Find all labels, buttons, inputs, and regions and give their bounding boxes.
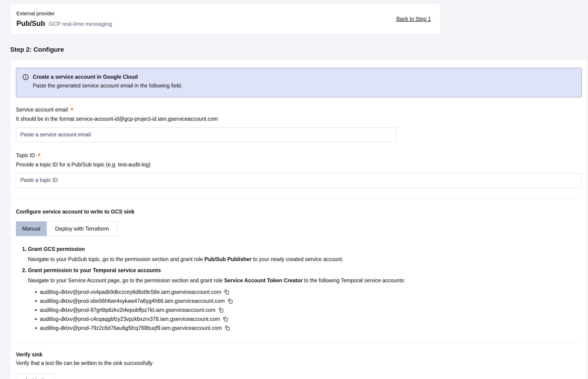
configure-section-heading: Configure service account to write to GC…: [16, 209, 582, 215]
tab-deploy-with-terraform[interactable]: Deploy with Terraform: [46, 221, 117, 236]
service-account-email-text: auditlog-dktxv@prod-c4cqaqgbfzy23vpzkbxz…: [40, 316, 220, 322]
copy-icon-button[interactable]: [218, 307, 224, 314]
service-account-email-hint: It should be in the format service-accou…: [16, 115, 582, 123]
copy-icon: [218, 307, 224, 313]
page-title: Step 2: Configure: [10, 46, 588, 53]
copy-icon: [225, 325, 230, 331]
step-body: Navigate to your Service Account page, g…: [28, 277, 582, 284]
copy-icon-button[interactable]: [228, 298, 233, 304]
topic-id-label: Topic ID: [16, 152, 35, 158]
service-account-email-label: Service account email: [16, 107, 68, 113]
required-indicator-dot: [38, 154, 40, 156]
service-account-email-text: auditlog-dktxv@prod-vs4padk9dkczcey6d6st…: [40, 289, 221, 295]
copy-icon: [223, 316, 228, 322]
tab-manual[interactable]: Manual: [16, 221, 46, 236]
provider-subtitle: GCP real-time messaging: [49, 21, 112, 27]
service-account-item: auditlog-dktxv@prod-sbe56h6wr4sykaw47a6y…: [40, 297, 582, 305]
service-account-email-text: auditlog-dktxv@prod-79z2c6d76au6g5fcq768…: [40, 325, 222, 331]
provider-title: Pub/Sub: [16, 19, 45, 28]
service-account-email-text: auditlog-dktxv@prod-sbe56h6wr4sykaw47a6y…: [40, 298, 225, 304]
verify-button[interactable]: Verify: [16, 373, 54, 379]
copy-icon: [228, 298, 233, 304]
verify-sink-hint: Verify that a test file can be written t…: [16, 360, 582, 366]
manual-steps-list: Grant GCS permission Navigate to your Pu…: [16, 245, 582, 332]
service-account-email-text: auditlog-dktxv@prod-97gr6tp6zkv2t4epubff…: [40, 307, 216, 313]
temporal-service-accounts-list: auditlog-dktxv@prod-vs4padk9dkczcey6d6st…: [28, 288, 582, 332]
copy-icon-button[interactable]: [224, 289, 229, 295]
configure-form-card: Create a service account in Google Cloud…: [10, 59, 588, 379]
section-divider: [16, 198, 582, 198]
alert-title: Create a service account in Google Cloud: [33, 73, 182, 80]
service-account-email-input[interactable]: [16, 127, 397, 142]
service-account-item: auditlog-dktxv@prod-vs4padk9dkczcey6d6st…: [40, 288, 582, 296]
service-account-item: auditlog-dktxv@prod-c4cqaqgbfzy23vpzkbxz…: [40, 315, 582, 323]
step-body: Navigate to your PubSub topic, go to the…: [28, 255, 582, 263]
alert-body: Paste the generated service account emai…: [33, 82, 182, 89]
back-to-step-1-link[interactable]: Back to Step 1: [396, 16, 431, 22]
lightning-icon: [24, 377, 30, 379]
step-title: Grant GCS permission: [28, 245, 582, 253]
step-title: Grant permission to your Temporal servic…: [28, 267, 582, 274]
info-circle-icon: [22, 74, 29, 89]
verify-button-label: Verify: [33, 377, 46, 379]
required-indicator-dot: [71, 108, 73, 110]
service-account-item: auditlog-dktxv@prod-79z2c6d76au6g5fcq768…: [40, 324, 582, 332]
copy-icon-button[interactable]: [223, 316, 228, 322]
copy-icon-button[interactable]: [225, 325, 230, 332]
info-alert: Create a service account in Google Cloud…: [16, 68, 582, 97]
section-divider: [16, 343, 582, 343]
service-account-item: auditlog-dktxv@prod-97gr6tp6zkv2t4epubff…: [40, 306, 582, 314]
provider-eyebrow: External provider: [16, 11, 112, 17]
step-item-grant-gcs-permission: Grant GCS permission Navigate to your Pu…: [28, 245, 582, 263]
deploy-method-tabs: Manual Deploy with Terraform: [16, 221, 117, 236]
copy-icon: [224, 289, 229, 295]
verify-sink-heading: Verify sink: [16, 351, 582, 358]
step-item-grant-temporal-permission: Grant permission to your Temporal servic…: [28, 267, 582, 332]
provider-card-left: External provider Pub/Sub GCP real-time …: [16, 11, 112, 28]
provider-card: External provider Pub/Sub GCP real-time …: [10, 3, 441, 35]
topic-id-input[interactable]: [16, 173, 582, 188]
topic-id-hint: Provide a topic ID for a Pub/Sub topic (…: [16, 161, 582, 168]
